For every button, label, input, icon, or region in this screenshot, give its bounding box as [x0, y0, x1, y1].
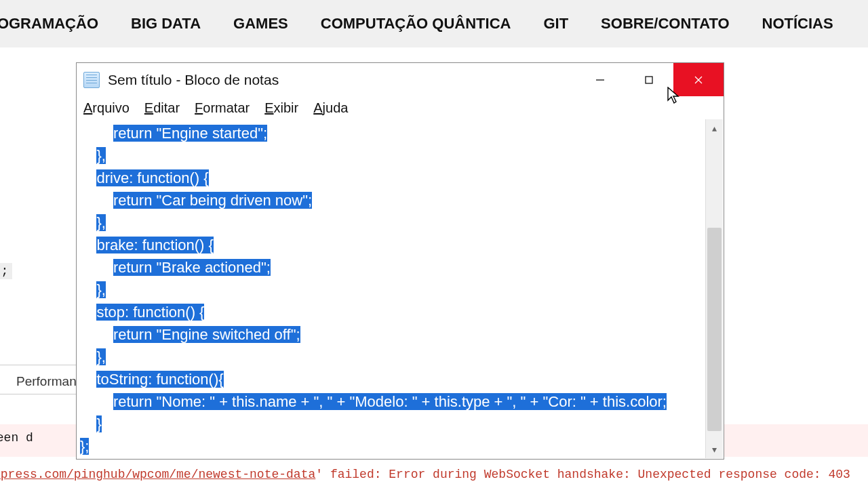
nav-item-games[interactable]: GAMES	[233, 15, 288, 33]
selected-text: },	[96, 214, 105, 231]
selected-text: }	[96, 415, 101, 432]
nav-item-programacao[interactable]: ROGRAMAÇÃO	[0, 15, 98, 33]
maximize-icon	[644, 75, 654, 85]
code-line: return "Nome: " + this.name + ", " + "Mo…	[80, 390, 703, 413]
minimize-button[interactable]	[576, 63, 625, 96]
menubar: Arquivo Editar Formatar Exibir Ajuda	[77, 96, 724, 119]
code-line: }	[80, 413, 703, 435]
menu-ajuda[interactable]: Ajuda	[313, 100, 348, 116]
selected-text: return "Engine switched off";	[113, 326, 300, 343]
selected-text: stop: function() {	[96, 304, 204, 321]
titlebar[interactable]: Sem título - Bloco de notas	[77, 63, 724, 96]
notepad-window: Sem título - Bloco de notas Arquivo Edit…	[76, 62, 724, 460]
console-error-message: ' failed: Error during WebSocket handsha…	[315, 468, 850, 481]
console-error-text: eady been d	[0, 431, 33, 445]
selected-text: },	[96, 147, 105, 164]
selected-text: return "Nome: " + this.name + ", " + "Mo…	[113, 393, 667, 410]
selected-text: toString: function(){	[96, 371, 223, 388]
menu-exibir[interactable]: Exibir	[264, 100, 298, 116]
bg-code-fragment: en now";	[0, 263, 12, 279]
code-line: drive: function() {	[80, 167, 703, 189]
maximize-button[interactable]	[625, 63, 673, 96]
console-error-url[interactable]: lpress.com/pinghub/wpcom/me/newest-note-…	[0, 468, 315, 481]
selected-text: return "Car being driven now";	[113, 192, 312, 209]
selected-text: return "Brake actioned";	[113, 259, 271, 276]
devtools-performance-tab[interactable]: Performan	[16, 374, 77, 389]
scrollbar-thumb[interactable]	[707, 228, 722, 431]
site-nav: ROGRAMAÇÃO BIG DATA GAMES COMPUTAÇÃO QUÂ…	[0, 0, 868, 47]
text-editor[interactable]: return "Engine started"; }, drive: funct…	[77, 119, 705, 458]
vertical-scrollbar[interactable]: ▴ ▾	[705, 119, 723, 458]
code-line: return "Engine switched off";	[80, 323, 703, 346]
nav-item-git[interactable]: GIT	[543, 15, 568, 33]
code-line: stop: function() {	[80, 301, 703, 323]
code-line: brake: function() {	[80, 234, 703, 256]
minimize-icon	[595, 75, 606, 85]
scroll-up-arrow-icon[interactable]: ▴	[706, 119, 723, 137]
code-line: },	[80, 144, 703, 167]
menu-editar[interactable]: Editar	[144, 100, 180, 116]
code-line: return "Brake actioned";	[80, 256, 703, 279]
notepad-icon	[83, 72, 100, 88]
code-line: return "Engine started";	[80, 122, 703, 144]
selected-text: brake: function() {	[96, 237, 213, 253]
close-button[interactable]	[673, 63, 724, 96]
code-line: },	[80, 279, 703, 301]
svg-rect-1	[646, 77, 652, 83]
nav-item-noticias[interactable]: NOTÍCIAS	[762, 15, 833, 33]
code-line: return "Car being driven now";	[80, 189, 703, 211]
nav-item-sobre[interactable]: SOBRE/CONTATO	[601, 15, 729, 33]
selected-text: };	[80, 438, 89, 455]
console-ws-error: lpress.com/pinghub/wpcom/me/newest-note-…	[0, 468, 850, 481]
menu-formatar[interactable]: Formatar	[195, 100, 250, 116]
code-line: };	[80, 435, 703, 458]
selected-text: },	[96, 281, 105, 298]
selected-text: drive: function() {	[96, 169, 208, 186]
nav-item-bigdata[interactable]: BIG DATA	[131, 15, 201, 33]
code-line: },	[80, 346, 703, 368]
editor-area: return "Engine started"; }, drive: funct…	[77, 119, 723, 458]
window-buttons	[576, 63, 724, 96]
selected-text: },	[96, 348, 105, 365]
code-line: toString: function(){	[80, 368, 703, 390]
menu-arquivo[interactable]: Arquivo	[83, 100, 130, 116]
window-title: Sem título - Bloco de notas	[108, 72, 279, 88]
selected-text: return "Engine started";	[113, 125, 267, 142]
scroll-down-arrow-icon[interactable]: ▾	[706, 441, 723, 458]
nav-item-quantica[interactable]: COMPUTAÇÃO QUÂNTICA	[321, 15, 511, 33]
close-icon	[693, 75, 704, 85]
code-line: },	[80, 211, 703, 234]
